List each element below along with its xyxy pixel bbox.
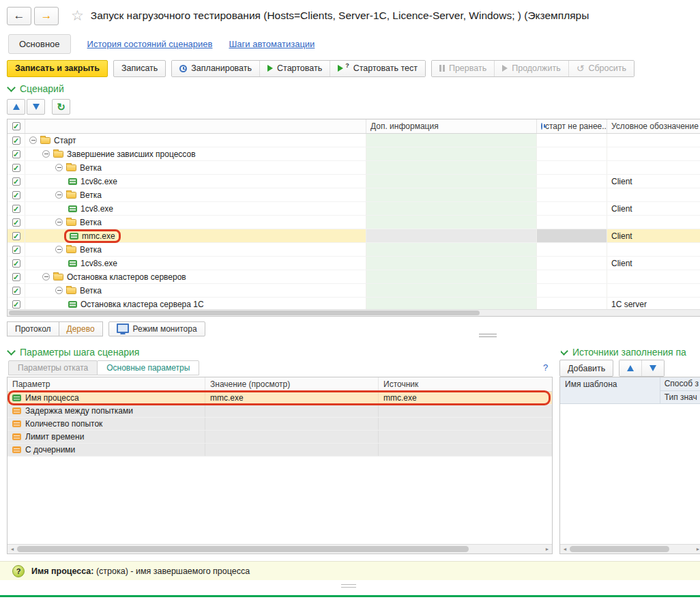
collapse-icon[interactable] <box>55 218 63 226</box>
param-row[interactable]: С дочерними <box>8 444 552 457</box>
source-column-header[interactable]: Источник <box>379 377 552 391</box>
tab-main-params[interactable]: Основные параметры <box>97 360 199 375</box>
symbol-column-header[interactable]: Условное обозначение ед... <box>607 119 700 133</box>
param-name-cell: Количество попыток <box>8 418 205 430</box>
tree-row[interactable]: ✓Ветка <box>8 161 700 175</box>
tree-row[interactable]: ✓1cv8.exeClient <box>8 202 700 216</box>
info-column-header[interactable]: Доп. информация <box>366 119 537 133</box>
step-icon <box>68 205 77 212</box>
source-column-label: Источник <box>383 379 418 389</box>
abort-button[interactable]: Прервать <box>432 61 495 76</box>
source-move-up-button[interactable] <box>619 360 642 376</box>
collapse-icon[interactable] <box>42 150 50 158</box>
tree-row[interactable]: ✓Ветка <box>8 243 700 257</box>
row-checkbox[interactable]: ✓ <box>12 177 20 186</box>
row-checkbox[interactable]: ✓ <box>12 300 20 308</box>
row-checkbox[interactable]: ✓ <box>12 191 20 199</box>
row-checkbox[interactable]: ✓ <box>12 150 20 158</box>
forward-button[interactable]: → <box>34 7 59 25</box>
start-button[interactable]: Стартовать <box>260 61 330 76</box>
splitter-handle[interactable] <box>341 584 356 588</box>
move-down-button[interactable] <box>27 99 45 115</box>
scenario-section-header[interactable]: Сценарий <box>8 83 64 94</box>
folder-icon <box>66 246 76 253</box>
row-checkbox[interactable]: ✓ <box>12 259 20 268</box>
scroll-right-icon[interactable]: ► <box>693 545 700 553</box>
row-checkbox[interactable]: ✓ <box>12 136 20 145</box>
monitor-mode-button[interactable]: Режим монитора <box>108 321 205 336</box>
tree-row[interactable]: ✓Ветка <box>8 216 700 229</box>
tree-horizontal-scrollbar[interactable] <box>8 309 700 316</box>
row-checkbox[interactable]: ✓ <box>12 273 20 281</box>
row-check-cell: ✓ <box>8 284 25 297</box>
symbol-cell <box>607 188 700 201</box>
collapse-icon[interactable] <box>29 136 37 144</box>
tab-automation-steps-link[interactable]: Шаги автоматизации <box>229 39 315 49</box>
param-row[interactable]: Лимит времени <box>8 431 552 444</box>
titlebar: ← → ☆ Запуск нагрузочного тестирования (… <box>0 0 700 31</box>
row-checkbox[interactable]: ✓ <box>12 205 20 213</box>
scroll-left-icon[interactable]: ◄ <box>560 545 570 553</box>
sources-section-header[interactable]: Источники заполнения па <box>561 347 700 358</box>
tree-row[interactable]: ✓Остановка кластеров серверов <box>8 270 700 284</box>
row-checkbox[interactable]: ✓ <box>12 218 20 227</box>
scrollbar-thumb[interactable] <box>17 546 469 552</box>
tab-scenario-history-link[interactable]: История состояний сценариев <box>87 39 213 49</box>
param-column-header[interactable]: Параметр <box>8 377 205 391</box>
save-button[interactable]: Записать <box>113 60 166 77</box>
tree-row[interactable]: ✓1cv8c.exeClient <box>8 175 700 188</box>
reset-button[interactable]: ↺ Сбросить <box>569 61 634 76</box>
tree-row[interactable]: ✓Завершение зависших процессов <box>8 147 700 161</box>
help-link[interactable]: ? <box>543 362 548 373</box>
collapse-icon[interactable] <box>42 273 50 281</box>
params-horizontal-scrollbar[interactable]: ◄ ► <box>8 544 552 553</box>
collapse-icon[interactable] <box>55 164 63 171</box>
row-checkbox[interactable]: ✓ <box>12 232 20 240</box>
tab-main[interactable]: Основное <box>8 34 71 54</box>
splitter-handle[interactable] <box>479 334 497 337</box>
start-column-header[interactable]: старт не ранее... <box>537 119 607 133</box>
save-and-close-button[interactable]: Записать и закрыть <box>7 60 108 77</box>
tab-rollback-params[interactable]: Параметры отката <box>8 360 98 375</box>
template-name-column-header[interactable]: Имя шаблона <box>560 377 660 403</box>
value-type-column-header[interactable]: Тип знач <box>660 391 700 404</box>
tree-row[interactable]: ✓1cv8s.exeClient <box>8 257 700 270</box>
folder-icon <box>40 137 50 144</box>
param-row[interactable]: Задержка между попытками <box>8 405 552 418</box>
value-column-header[interactable]: Значение (просмотр) <box>205 377 379 391</box>
source-move-down-button[interactable] <box>642 360 664 376</box>
sources-horizontal-scrollbar[interactable]: ◄ ► <box>560 544 700 553</box>
param-row[interactable]: Количество попыток <box>8 418 552 431</box>
collapse-icon[interactable] <box>55 246 63 253</box>
tree-row[interactable]: ✓Ветка <box>8 188 700 202</box>
collapse-icon[interactable] <box>55 287 63 294</box>
collapse-icon[interactable] <box>55 191 63 199</box>
favorite-star-icon[interactable]: ☆ <box>71 8 84 24</box>
param-row[interactable]: Имя процессаmmc.exemmc.exe <box>8 392 552 405</box>
select-all-header-cell[interactable]: ✓ <box>8 119 25 133</box>
schedule-button[interactable]: Запланировать <box>172 61 260 76</box>
refresh-button[interactable]: ↻ <box>52 99 70 115</box>
tree-node: Ветка <box>55 218 102 227</box>
tree-view-button[interactable]: Дерево <box>59 321 103 336</box>
start-test-button[interactable]: ? Стартовать тест <box>330 61 425 76</box>
move-up-button[interactable] <box>7 99 25 115</box>
row-checkbox[interactable]: ✓ <box>12 287 20 295</box>
row-checkbox[interactable]: ✓ <box>12 246 20 254</box>
tree-column-header[interactable] <box>25 119 366 133</box>
fill-method-column-header[interactable]: Способ з <box>660 377 700 391</box>
scroll-left-icon[interactable]: ◄ <box>8 545 17 553</box>
add-source-button[interactable]: Добавить <box>559 360 613 377</box>
folder-icon <box>66 219 76 226</box>
continue-button[interactable]: Продолжить <box>495 61 568 76</box>
row-checkbox[interactable]: ✓ <box>12 164 20 172</box>
tree-row[interactable]: ✓mmc.exeClient <box>8 229 700 243</box>
scroll-right-icon[interactable]: ► <box>542 545 552 553</box>
protocol-view-button[interactable]: Протокол <box>7 321 59 336</box>
tree-row[interactable]: ✓Ветка <box>8 284 700 298</box>
tree-row[interactable]: ✓Старт <box>8 134 700 147</box>
scrollbar-thumb[interactable] <box>9 311 480 315</box>
params-section-header[interactable]: Параметры шага сценария <box>8 347 139 358</box>
back-button[interactable]: ← <box>7 7 31 25</box>
scrollbar-thumb[interactable] <box>570 546 669 552</box>
